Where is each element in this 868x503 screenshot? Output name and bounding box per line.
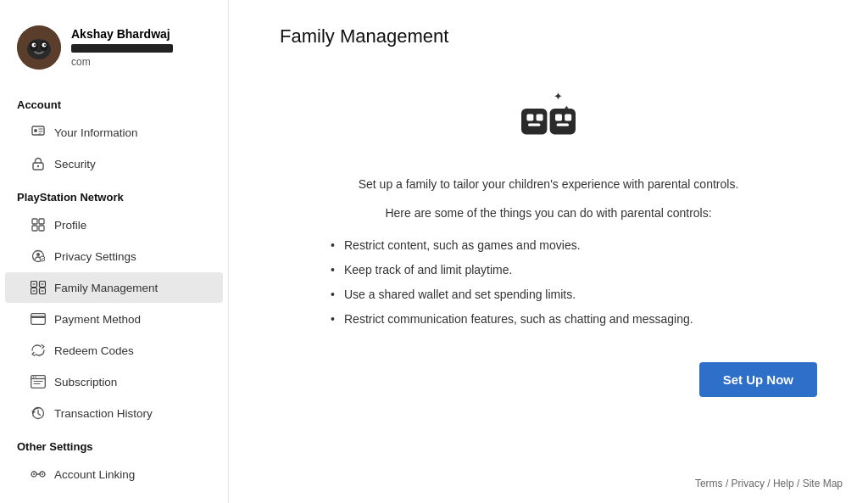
person-icon [31, 125, 46, 140]
description-text-2: Here are some of the things you can do w… [280, 204, 817, 222]
svg-point-18 [40, 256, 45, 261]
svg-point-6 [34, 44, 36, 46]
svg-point-9 [34, 129, 37, 132]
bullet-item-2: Keep track of and limit playtime. [331, 261, 817, 279]
bullet-item-4: Restrict communication features, such as… [331, 310, 817, 328]
svg-point-7 [44, 44, 46, 46]
sidebar-label-your-information: Your Information [54, 126, 138, 139]
parental-controls-list: Restrict content, such as games and movi… [280, 237, 817, 328]
svg-point-32 [42, 473, 43, 475]
sidebar-item-account-linking[interactable]: Account Linking [5, 459, 223, 489]
sidebar-label-subscription: Subscription [54, 376, 117, 388]
family-icon-area: ✦ ✦ ✦ [280, 81, 817, 149]
svg-rect-43 [557, 124, 569, 126]
lock-icon [31, 156, 46, 171]
svg-point-26 [33, 377, 35, 378]
user-domain: com [71, 56, 173, 68]
svg-rect-13 [39, 219, 44, 224]
main-content: Family Management ✦ ✦ ✦ Set up a family … [229, 0, 868, 503]
bullet-item-3: Use a shared wallet and set spending lim… [331, 286, 817, 304]
svg-rect-24 [31, 316, 46, 319]
sidebar-label-payment-method: Payment Method [54, 313, 141, 326]
svg-point-11 [37, 165, 39, 167]
sidebar-label-redeem-codes: Redeem Codes [54, 344, 134, 357]
description-text-1: Set up a family to tailor your children'… [280, 175, 817, 193]
svg-rect-15 [39, 226, 44, 231]
sidebar-label-privacy-settings: Privacy Settings [54, 250, 136, 263]
grid-icon [31, 217, 46, 232]
sidebar-label-account-linking: Account Linking [54, 468, 135, 481]
svg-rect-14 [32, 226, 37, 231]
sidebar-item-payment-method[interactable]: Payment Method [5, 304, 223, 334]
footer-terms[interactable]: Terms [695, 478, 723, 489]
account-section-label: Account [0, 90, 228, 116]
subscription-icon [31, 374, 46, 389]
svg-rect-39 [528, 124, 540, 126]
sidebar-label-transaction-history: Transaction History [54, 407, 153, 420]
sidebar-label-security: Security [54, 158, 96, 170]
user-email-redacted [71, 44, 173, 53]
sidebar-item-privacy-settings[interactable]: Privacy Settings [5, 241, 223, 271]
svg-rect-12 [32, 219, 37, 224]
svg-rect-23 [31, 314, 46, 325]
svg-point-1 [27, 39, 51, 59]
user-info: Akshay Bhardwaj com [71, 27, 173, 68]
svg-rect-42 [565, 114, 571, 120]
page-title: Family Management [280, 25, 817, 48]
svg-rect-38 [537, 114, 543, 120]
other-section-label: Other Settings [0, 432, 228, 458]
svg-rect-40 [550, 109, 576, 134]
history-icon [31, 405, 46, 421]
footer-links: Terms / Privacy / Help / Site Map [695, 478, 843, 489]
avatar [17, 25, 61, 70]
psn-section-label: PlayStation Network [0, 182, 228, 209]
sidebar-item-redeem-codes[interactable]: Redeem Codes [5, 335, 223, 366]
footer-help[interactable]: Help [773, 478, 794, 489]
svg-rect-37 [526, 114, 533, 120]
redeem-icon [31, 343, 46, 358]
setup-now-button[interactable]: Set Up Now [699, 362, 817, 397]
footer-privacy[interactable]: Privacy [732, 478, 765, 489]
sidebar-item-transaction-history[interactable]: Transaction History [5, 398, 223, 428]
family-management-illustration: ✦ ✦ ✦ [515, 81, 582, 149]
svg-rect-41 [555, 114, 562, 120]
footer-sitemap[interactable]: Site Map [803, 478, 843, 489]
sidebar-item-family-management[interactable]: Family Management [5, 272, 223, 303]
sidebar: Akshay Bhardwaj com Account Your Informa… [0, 0, 229, 503]
svg-rect-36 [521, 109, 547, 134]
family-mgmt-icon [31, 280, 46, 295]
svg-point-17 [36, 253, 40, 256]
bullet-item-1: Restrict content, such as games and movi… [331, 237, 817, 254]
sidebar-item-profile[interactable]: Profile [5, 210, 223, 240]
sidebar-item-security[interactable]: Security [5, 148, 223, 179]
user-profile: Akshay Bhardwaj com [0, 17, 228, 87]
user-name: Akshay Bhardwaj [71, 27, 173, 41]
payment-icon [31, 311, 46, 327]
privacy-icon [31, 249, 46, 264]
sidebar-item-subscription[interactable]: Subscription [5, 366, 223, 397]
sidebar-label-family-management: Family Management [54, 282, 158, 294]
sidebar-item-your-information[interactable]: Your Information [5, 117, 223, 148]
setup-btn-container: Set Up Now [280, 362, 817, 397]
svg-point-27 [35, 377, 36, 378]
sidebar-label-profile: Profile [54, 219, 86, 232]
link-icon [31, 467, 46, 482]
svg-text:✦: ✦ [554, 90, 563, 103]
svg-point-31 [33, 473, 35, 475]
